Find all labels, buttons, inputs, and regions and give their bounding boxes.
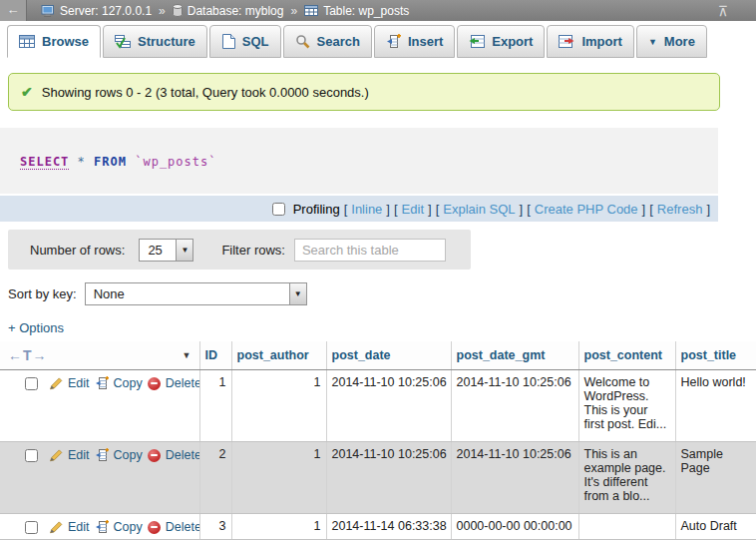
edit-pencil-icon[interactable] xyxy=(49,376,63,390)
tab-insert[interactable]: Insert xyxy=(374,25,455,58)
link-inline[interactable]: Inline xyxy=(351,202,382,217)
sort-key-label: Sort by key: xyxy=(8,286,77,301)
status-text: Showing rows 0 - 2 (3 total, Query took … xyxy=(42,85,369,100)
column-header-post-title[interactable]: post_title xyxy=(675,341,756,370)
cell-id: 3 xyxy=(199,514,231,540)
column-header-post-author[interactable]: post_author xyxy=(231,341,326,370)
row-actions-cell: Edit Copy Delete xyxy=(0,514,199,540)
database-breadcrumb[interactable]: Database: myblog xyxy=(188,4,284,18)
cell-id: 1 xyxy=(199,370,231,442)
cell-post-title: Auto Draft xyxy=(675,514,756,540)
tab-label: Import xyxy=(581,34,621,49)
tab-export[interactable]: Export xyxy=(457,25,545,58)
bracket: [ xyxy=(649,202,653,217)
cell-post-author: 1 xyxy=(231,514,326,540)
database-icon xyxy=(173,4,183,17)
search-icon xyxy=(295,34,310,49)
delete-link[interactable]: Delete xyxy=(166,376,199,390)
tab-label: Structure xyxy=(138,34,195,49)
edit-pencil-icon[interactable] xyxy=(49,448,63,462)
tab-label: More xyxy=(664,34,695,49)
sort-row: Sort by key: None ▼ xyxy=(8,282,756,305)
breadcrumb-separator: » xyxy=(159,4,166,18)
delete-icon[interactable] xyxy=(148,449,161,462)
structure-icon xyxy=(115,35,131,49)
cell-post-date-gmt: 0000-00-00 00:00:00 xyxy=(451,514,578,540)
cell-post-date-gmt: 2014-11-10 10:25:06 xyxy=(451,370,578,442)
browse-icon xyxy=(19,35,35,48)
edit-link[interactable]: Edit xyxy=(68,520,90,534)
column-header-post-date[interactable]: post_date xyxy=(326,341,451,370)
column-header-id[interactable]: ID xyxy=(199,341,231,370)
sql-keyword-select[interactable]: SELECT xyxy=(20,155,69,170)
bracket: [ xyxy=(344,202,348,217)
delete-link[interactable]: Delete xyxy=(166,520,199,534)
tab-import[interactable]: Import xyxy=(547,25,633,58)
sql-star: * xyxy=(78,155,86,169)
tab-bar: Browse Structure SQL Search Insert Expor… xyxy=(0,21,756,58)
rows-count-select[interactable]: 25 ▼ xyxy=(139,239,193,262)
move-right-icon[interactable]: → xyxy=(33,347,48,363)
delete-icon[interactable] xyxy=(148,377,161,390)
breadcrumb-separator: » xyxy=(290,4,297,18)
profiling-checkbox[interactable] xyxy=(272,203,285,216)
link-create-php-code[interactable]: Create PHP Code xyxy=(535,202,638,217)
link-explain-sql[interactable]: Explain SQL xyxy=(443,202,515,217)
copy-icon[interactable] xyxy=(95,520,109,534)
dropdown-arrow-icon: ▼ xyxy=(289,283,306,304)
tab-more[interactable]: ▼ More xyxy=(636,25,707,58)
copy-link[interactable]: Copy xyxy=(114,448,143,462)
tab-label: Insert xyxy=(408,34,443,49)
edit-link[interactable]: Edit xyxy=(68,448,90,462)
copy-icon[interactable] xyxy=(95,448,109,462)
options-toggle[interactable]: + Options xyxy=(8,320,64,335)
delete-link[interactable]: Delete xyxy=(166,448,199,462)
row-actions-cell: Edit Copy Delete xyxy=(0,442,199,514)
row-checkbox[interactable] xyxy=(25,449,38,462)
column-header-post-date-gmt[interactable]: post_date_gmt xyxy=(451,341,578,370)
table-icon xyxy=(304,5,318,16)
column-header-post-content[interactable]: post_content xyxy=(578,341,675,370)
collapse-toolbar-icon[interactable]: ⊼ xyxy=(718,3,728,19)
link-edit[interactable]: Edit xyxy=(402,202,424,217)
cell-post-author: 1 xyxy=(231,370,326,442)
dropdown-arrow-icon: ▼ xyxy=(176,240,192,261)
sort-key-select[interactable]: None ▼ xyxy=(85,282,307,305)
table-search-input[interactable] xyxy=(294,239,446,262)
delete-icon[interactable] xyxy=(148,521,161,534)
tab-browse[interactable]: Browse xyxy=(7,25,101,58)
cell-post-author: 1 xyxy=(231,442,326,514)
tab-structure[interactable]: Structure xyxy=(103,25,207,58)
copy-icon[interactable] xyxy=(95,376,109,390)
cell-post-date: 2014-11-10 10:25:06 xyxy=(326,442,451,514)
bracket: ] xyxy=(642,202,646,217)
link-refresh[interactable]: Refresh xyxy=(657,202,703,217)
move-left-icon[interactable]: ← xyxy=(8,347,23,363)
bracket: ] xyxy=(706,202,710,217)
row-checkbox[interactable] xyxy=(25,377,38,390)
edit-pencil-icon[interactable] xyxy=(49,520,63,534)
copy-link[interactable]: Copy xyxy=(114,376,143,390)
row-checkbox[interactable] xyxy=(25,521,38,534)
copy-link[interactable]: Copy xyxy=(114,520,143,534)
server-icon xyxy=(41,5,55,17)
header-dropdown-icon[interactable]: ▼ xyxy=(183,350,191,360)
export-icon xyxy=(469,35,485,48)
move-columns-control[interactable]: ←T→ xyxy=(8,347,48,363)
table-breadcrumb[interactable]: Table: wp_posts xyxy=(323,4,409,18)
tab-label: SQL xyxy=(242,34,269,49)
query-section: SELECT * FROM `wp_posts` Profiling [ Inl… xyxy=(0,128,718,222)
back-button[interactable]: ← xyxy=(0,0,27,21)
bracket: ] xyxy=(520,202,524,217)
table-row: Edit Copy Delete 2 1 2014-11-10 10:25:06… xyxy=(0,442,756,514)
header-row: ←T→ ▼ ID post_author post_date post_date… xyxy=(0,341,756,370)
sql-icon xyxy=(221,34,235,49)
success-check-icon: ✔ xyxy=(21,84,33,100)
tab-sql[interactable]: SQL xyxy=(209,25,281,58)
import-icon xyxy=(559,35,574,48)
sql-keyword-from: FROM xyxy=(94,155,127,169)
server-breadcrumb[interactable]: Server: 127.0.0.1 xyxy=(60,4,152,18)
edit-link[interactable]: Edit xyxy=(68,376,90,390)
tab-search[interactable]: Search xyxy=(283,25,372,58)
chevron-down-icon: ▼ xyxy=(648,37,657,47)
